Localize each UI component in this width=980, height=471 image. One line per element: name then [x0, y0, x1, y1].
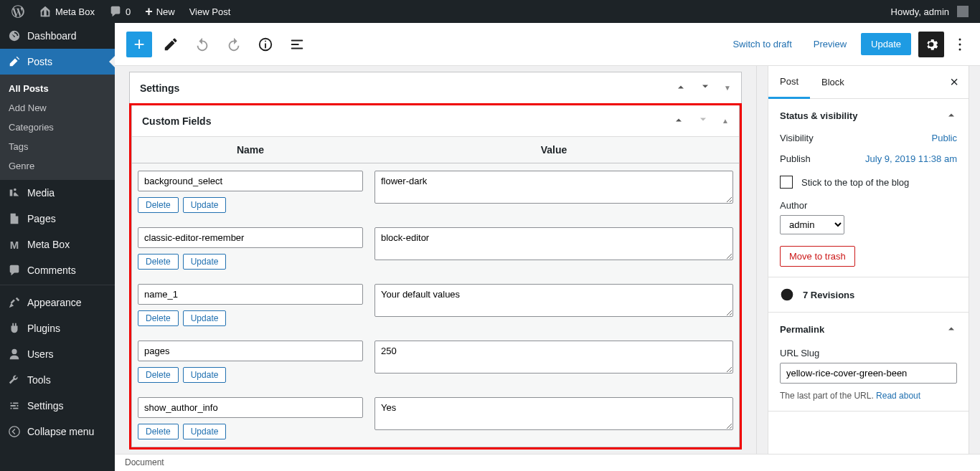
menu-dashboard[interactable]: Dashboard [0, 23, 115, 49]
content-scrollbar[interactable] [756, 66, 768, 471]
panel-toggle-icon[interactable]: ▲ [722, 117, 729, 125]
stick-checkbox[interactable] [780, 176, 793, 189]
cf-update-button[interactable]: Update [183, 310, 227, 326]
cf-row: DeleteUpdateYes [132, 390, 739, 447]
visibility-value[interactable]: Public [932, 133, 957, 143]
menu-users[interactable]: Users [0, 341, 115, 367]
cf-row: DeleteUpdateflower-dark [132, 163, 739, 221]
menu-comments[interactable]: Comments [0, 257, 115, 283]
menu-appearance[interactable]: Appearance [0, 290, 115, 315]
outline-button[interactable] [284, 32, 310, 57]
permalink-section[interactable]: Permalink [780, 323, 957, 336]
cf-delete-button[interactable]: Delete [138, 424, 179, 439]
preview-button[interactable]: Preview [806, 34, 854, 54]
cf-row: DeleteUpdateYour default values [132, 277, 739, 333]
cf-value-header: Value [369, 137, 739, 163]
cf-value-textarea[interactable]: Your default values [374, 284, 733, 317]
site-name-link[interactable]: Meta Box [33, 0, 100, 23]
cf-name-input[interactable] [138, 284, 363, 305]
add-block-button[interactable]: + [126, 32, 152, 57]
view-post-link[interactable]: View Post [184, 0, 237, 23]
svg-point-4 [959, 48, 961, 50]
cf-delete-button[interactable]: Delete [138, 310, 179, 326]
update-button[interactable]: Update [861, 33, 911, 55]
howdy-link[interactable]: Howdy, admin [885, 0, 974, 23]
new-text: New [156, 6, 175, 17]
submenu-add-new[interactable]: Add New [0, 98, 115, 118]
cf-row: DeleteUpdateblock-editor [132, 220, 739, 277]
cf-name-header: Name [132, 137, 369, 163]
cf-name-input[interactable] [138, 171, 363, 191]
site-name-text: Meta Box [55, 6, 95, 17]
cf-update-button[interactable]: Update [183, 424, 227, 439]
chevron-down-icon[interactable] [697, 114, 709, 128]
publish-value[interactable]: July 9, 2019 11:38 am [865, 153, 957, 164]
chevron-up-icon[interactable] [675, 81, 687, 95]
new-link[interactable]: +New [139, 0, 181, 23]
move-trash-button[interactable]: Move to trash [780, 246, 855, 267]
submenu-categories[interactable]: Categories [0, 118, 115, 137]
menu-posts[interactable]: Posts [0, 49, 115, 75]
submenu-tags[interactable]: Tags [0, 137, 115, 156]
author-label: Author [780, 200, 957, 211]
info-button[interactable] [253, 32, 278, 57]
svg-point-2 [959, 38, 961, 40]
cf-name-input[interactable] [138, 227, 363, 248]
undo-button[interactable] [189, 32, 215, 57]
tab-block[interactable]: Block [810, 67, 856, 97]
cf-delete-button[interactable]: Delete [138, 197, 179, 213]
menu-collapse[interactable]: Collapse menu [0, 419, 115, 444]
cf-value-textarea[interactable]: 250 [374, 341, 733, 374]
author-select[interactable]: admin [780, 215, 844, 234]
publish-label: Publish [780, 153, 811, 164]
wp-logo[interactable] [6, 0, 30, 23]
edit-mode-button[interactable] [158, 32, 184, 57]
cf-value-textarea[interactable]: Yes [374, 397, 733, 430]
revisions-button[interactable]: 7 Revisions [780, 287, 957, 302]
inspector-scrollbar[interactable] [969, 66, 980, 471]
panel-toggle-icon[interactable]: ▼ [724, 84, 731, 92]
slug-input[interactable] [780, 363, 957, 384]
cf-row: DeleteUpdate250 [132, 333, 739, 390]
comments-link[interactable]: 0 [103, 0, 136, 23]
svg-point-0 [9, 427, 19, 437]
cf-value-textarea[interactable]: block-editor [374, 227, 733, 260]
close-inspector-button[interactable]: × [946, 74, 963, 90]
submenu-genre[interactable]: Genre [0, 156, 115, 176]
more-menu[interactable] [951, 32, 969, 57]
visibility-label: Visibility [780, 133, 814, 143]
chevron-up-icon[interactable] [673, 114, 684, 128]
cf-update-button[interactable]: Update [183, 367, 227, 383]
cf-update-button[interactable]: Update [183, 197, 227, 213]
cf-value-textarea[interactable]: flower-dark [374, 171, 733, 204]
tab-post[interactable]: Post [768, 66, 810, 99]
cf-delete-button[interactable]: Delete [138, 254, 179, 270]
cf-update-button[interactable]: Update [183, 254, 227, 270]
menu-pages[interactable]: Pages [0, 206, 115, 232]
menu-settings[interactable]: Settings [0, 393, 115, 419]
custom-fields-panel-header[interactable]: Custom Fields ▲ [132, 105, 739, 137]
slug-help-link[interactable]: Read about [876, 391, 920, 401]
menu-metabox[interactable]: MMeta Box [0, 232, 115, 257]
status-visibility-section[interactable]: Status & visibility [780, 109, 957, 123]
redo-button[interactable] [221, 32, 247, 57]
svg-point-3 [959, 43, 961, 45]
slug-label: URL Slug [780, 348, 957, 358]
chevron-down-icon[interactable] [699, 81, 711, 95]
submenu-all-posts[interactable]: All Posts [0, 79, 115, 98]
settings-panel-header[interactable]: Settings ▼ [130, 72, 741, 103]
settings-toggle[interactable] [918, 32, 944, 57]
comments-count: 0 [126, 6, 131, 17]
menu-tools[interactable]: Tools [0, 367, 115, 393]
switch-draft-button[interactable]: Switch to draft [725, 34, 798, 54]
footer-document[interactable]: Document [115, 454, 980, 471]
cf-name-input[interactable] [138, 397, 363, 418]
stick-label: Stick to the top of the blog [801, 177, 909, 188]
cf-name-input[interactable] [138, 341, 363, 361]
menu-media[interactable]: Media [0, 180, 115, 206]
menu-plugins[interactable]: Plugins [0, 315, 115, 341]
avatar-icon [957, 6, 969, 17]
cf-delete-button[interactable]: Delete [138, 367, 179, 383]
